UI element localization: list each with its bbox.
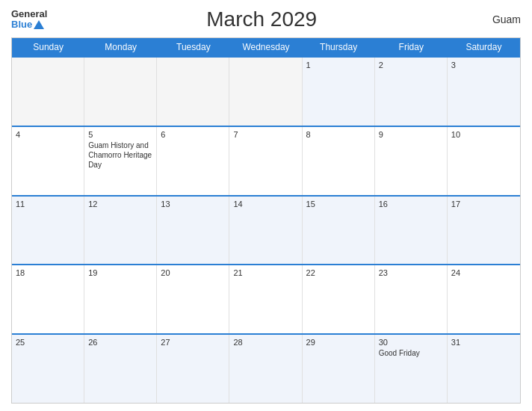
logo-triangle-icon [34, 20, 44, 29]
logo-general-text: General [11, 9, 47, 19]
cal-cell-w1-d4: 1 [303, 58, 375, 126]
col-sunday: Sunday [12, 38, 84, 56]
week-row-3: 11121314151617 [12, 195, 520, 265]
cal-cell-w3-d6: 17 [448, 197, 520, 265]
day-number: 1 [306, 61, 371, 69]
week-row-1: 123 [12, 56, 520, 126]
calendar-grid: Sunday Monday Tuesday Wednesday Thursday… [11, 37, 521, 404]
day-number: 17 [451, 200, 516, 208]
day-number: 2 [379, 61, 443, 69]
day-number: 19 [88, 268, 152, 277]
day-number: 4 [16, 130, 80, 139]
day-number: 18 [16, 268, 80, 277]
cal-cell-w3-d3: 14 [229, 197, 302, 265]
cal-cell-w2-d2: 6 [157, 127, 229, 195]
day-number: 24 [451, 268, 516, 277]
cal-cell-w4-d0: 18 [12, 265, 84, 333]
cal-cell-w2-d3: 7 [229, 127, 302, 195]
day-number: 29 [306, 338, 371, 347]
week-row-5: 252627282930Good Friday31 [12, 333, 520, 403]
cal-cell-w3-d2: 13 [157, 197, 229, 265]
day-number: 11 [16, 200, 80, 208]
col-thursday: Thursday [303, 38, 375, 56]
page-header: General Blue March 2029 Guam [11, 7, 521, 31]
cal-cell-w4-d5: 23 [375, 265, 448, 333]
cal-cell-w2-d0: 4 [12, 127, 84, 195]
cal-cell-w4-d2: 20 [157, 265, 229, 333]
cal-cell-w2-d6: 10 [448, 127, 520, 195]
cal-cell-w2-d1: 5Guam History and Chamorro Heritage Day [84, 127, 157, 195]
logo-blue-text: Blue [11, 19, 47, 30]
cal-cell-w5-d0: 25 [12, 335, 84, 403]
week-row-4: 18192021222324 [12, 264, 520, 333]
day-number: 27 [161, 338, 225, 347]
cal-cell-w2-d4: 8 [303, 127, 375, 195]
cal-cell-w4-d6: 24 [448, 265, 520, 333]
day-number: 10 [451, 130, 516, 139]
col-tuesday: Tuesday [157, 38, 229, 56]
cal-cell-w3-d0: 11 [12, 197, 84, 265]
col-wednesday: Wednesday [229, 38, 302, 56]
region-label: Guam [476, 13, 521, 25]
day-number: 9 [379, 130, 443, 139]
cal-cell-w5-d1: 26 [84, 335, 157, 403]
cal-cell-w5-d2: 27 [157, 335, 229, 403]
day-number: 21 [233, 268, 297, 277]
cal-cell-w5-d5: 30Good Friday [375, 335, 448, 403]
day-number: 23 [379, 268, 443, 277]
day-number: 20 [161, 268, 225, 277]
event-label: Good Friday [379, 348, 443, 358]
col-saturday: Saturday [448, 38, 520, 56]
day-number: 22 [306, 268, 371, 277]
cal-cell-w5-d4: 29 [303, 335, 375, 403]
day-number: 7 [233, 130, 297, 139]
day-number: 13 [161, 200, 225, 208]
day-number: 3 [451, 61, 516, 69]
col-friday: Friday [375, 38, 448, 56]
day-number: 28 [233, 338, 297, 347]
calendar-header: Sunday Monday Tuesday Wednesday Thursday… [12, 38, 520, 56]
cal-cell-w3-d4: 15 [303, 197, 375, 265]
cal-cell-w3-d1: 12 [84, 197, 157, 265]
day-number: 25 [16, 338, 80, 347]
logo: General Blue [11, 9, 47, 31]
cal-cell-w5-d3: 28 [229, 335, 302, 403]
cal-cell-w1-d6: 3 [448, 58, 520, 126]
day-number: 14 [233, 200, 297, 208]
calendar-body: 12345Guam History and Chamorro Heritage … [12, 56, 520, 403]
day-number: 26 [88, 338, 152, 347]
day-number: 12 [88, 200, 152, 208]
cal-cell-w2-d5: 9 [375, 127, 448, 195]
day-number: 30 [379, 338, 443, 347]
cal-cell-w4-d1: 19 [84, 265, 157, 333]
week-row-2: 45Guam History and Chamorro Heritage Day… [12, 126, 520, 195]
day-number: 5 [88, 130, 152, 139]
cal-cell-w3-d5: 16 [375, 197, 448, 265]
day-number: 31 [451, 338, 516, 347]
cal-cell-w1-d5: 2 [375, 58, 448, 126]
col-monday: Monday [84, 38, 157, 56]
calendar-page: General Blue March 2029 Guam Sunday Mond… [0, 0, 532, 411]
day-number: 8 [306, 130, 371, 139]
cal-cell-w1-d1 [84, 58, 157, 126]
day-number: 15 [306, 200, 371, 208]
cal-cell-w1-d3 [229, 58, 302, 126]
cal-cell-w5-d6: 31 [448, 335, 520, 403]
cal-cell-w4-d4: 22 [303, 265, 375, 333]
day-number: 16 [379, 200, 443, 208]
day-number: 6 [161, 130, 225, 139]
calendar-title: March 2029 [47, 7, 476, 31]
cal-cell-w1-d0 [12, 58, 84, 126]
cal-cell-w4-d3: 21 [229, 265, 302, 333]
cal-cell-w1-d2 [157, 58, 229, 126]
event-label: Guam History and Chamorro Heritage Day [88, 140, 152, 170]
